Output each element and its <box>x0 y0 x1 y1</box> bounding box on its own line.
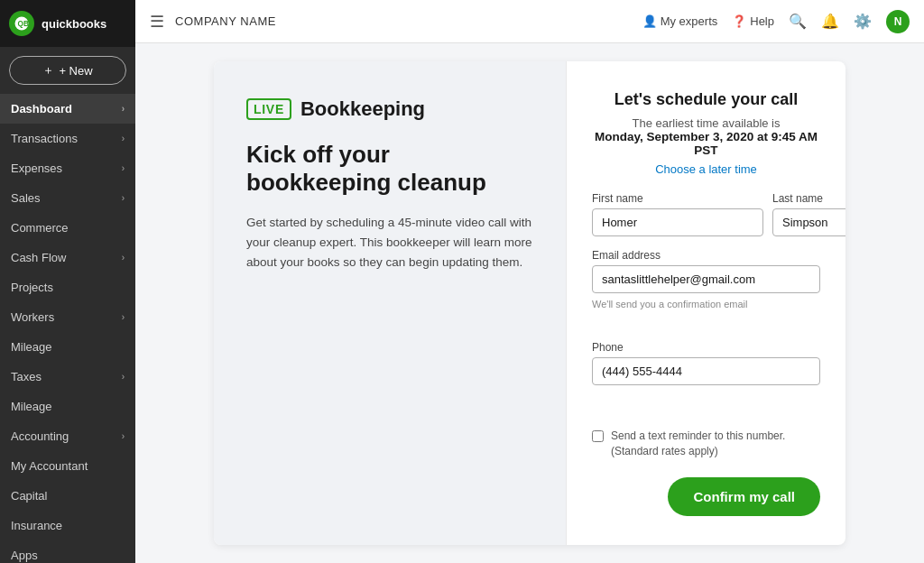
topbar-actions: 👤 My experts ❓ Help 🔍 🔔 ⚙️ N <box>642 10 910 33</box>
new-button-label: + New <box>59 64 92 78</box>
sidebar-item-insurance[interactable]: Insurance <box>0 511 135 540</box>
sidebar-item-projects[interactable]: Projects <box>0 272 135 302</box>
svg-text:QB: QB <box>18 20 29 28</box>
sidebar-item-label: Mileage <box>11 340 52 354</box>
sidebar-item-expenses[interactable]: Expenses› <box>0 153 135 183</box>
email-input[interactable] <box>592 265 820 293</box>
sidebar-item-taxes[interactable]: Taxes› <box>0 362 135 392</box>
live-box: LIVE <box>246 98 291 120</box>
sidebar-item-label: My Accountant <box>11 459 88 473</box>
right-panel: Let's schedule your call The earliest ti… <box>566 61 845 545</box>
sidebar-item-label: Insurance <box>11 519 62 532</box>
quickbooks-logo: QB <box>9 11 34 36</box>
avatar[interactable]: N <box>886 10 910 33</box>
sidebar-item-label: Workers <box>11 310 54 324</box>
schedule-title: Let's schedule your call <box>592 90 820 109</box>
sidebar-item-capital[interactable]: Capital <box>0 481 135 511</box>
sidebar-item-label: Expenses <box>11 162 62 175</box>
sidebar-item-label: Transactions <box>11 132 78 145</box>
sidebar-header: QB quickbooks <box>0 0 135 47</box>
earliest-date: Monday, September 3, 2020 at 9:45 AM PST <box>592 130 820 157</box>
sidebar-item-apps[interactable]: Apps <box>0 540 135 563</box>
phone-input[interactable] <box>592 357 820 385</box>
sidebar-item-label: Projects <box>11 281 53 294</box>
last-name-group: Last name <box>772 192 845 236</box>
gear-icon[interactable]: ⚙️ <box>854 13 872 31</box>
chevron-right-icon: › <box>122 134 125 143</box>
topbar: ☰ COMPANY NAME 👤 My experts ❓ Help 🔍 🔔 ⚙… <box>135 0 924 43</box>
chevron-right-icon: › <box>122 431 125 441</box>
my-experts-button[interactable]: 👤 My experts <box>642 14 718 28</box>
confirm-button[interactable]: Confirm my call <box>668 477 820 516</box>
sidebar-item-label: Sales <box>11 191 41 205</box>
sidebar-item-commerce[interactable]: Commerce <box>0 213 135 243</box>
first-name-input[interactable] <box>592 208 763 236</box>
sidebar-item-sales[interactable]: Sales› <box>0 183 135 213</box>
chevron-right-icon: › <box>122 253 125 263</box>
sidebar: QB quickbooks ＋ + New Dashboard›Transact… <box>0 0 135 563</box>
chevron-right-icon: › <box>122 163 125 173</box>
choose-later-link[interactable]: Choose a later time <box>592 162 820 176</box>
sidebar-item-label: Dashboard <box>11 102 72 115</box>
phone-label: Phone <box>592 341 820 354</box>
user-icon: 👤 <box>642 14 657 28</box>
sidebar-item-accounting[interactable]: Accounting› <box>0 421 135 451</box>
sms-checkbox-row: Send a text reminder to this number. (St… <box>592 429 820 459</box>
live-label: LIVE <box>254 102 284 116</box>
main-content: ☰ COMPANY NAME 👤 My experts ❓ Help 🔍 🔔 ⚙… <box>135 0 924 563</box>
live-badge: LIVE Bookkeeping <box>246 97 533 121</box>
help-button[interactable]: ❓ Help <box>732 14 774 28</box>
hero-title: Kick off your bookkeeping cleanup <box>246 141 533 197</box>
sidebar-item-my-accountant[interactable]: My Accountant <box>0 451 135 481</box>
sidebar-item-mileage[interactable]: Mileage <box>0 332 135 362</box>
name-row: First name Last name <box>592 192 820 236</box>
new-button[interactable]: ＋ + New <box>9 56 126 85</box>
sidebar-item-dashboard[interactable]: Dashboard› <box>0 94 135 124</box>
sidebar-item-label: Cash Flow <box>11 251 66 264</box>
first-name-label: First name <box>592 192 763 205</box>
chevron-right-icon: › <box>122 312 125 322</box>
sidebar-item-label: Mileage <box>11 400 52 413</box>
email-group: Email address We'll send you a confirmat… <box>592 249 820 328</box>
sidebar-item-mileage[interactable]: Mileage <box>0 392 135 421</box>
email-label: Email address <box>592 249 820 262</box>
sidebar-item-label: Apps <box>11 549 38 562</box>
main-card: LIVE Bookkeeping Kick off your bookkeepi… <box>214 61 845 545</box>
search-icon[interactable]: 🔍 <box>789 13 807 31</box>
sidebar-item-workers[interactable]: Workers› <box>0 302 135 332</box>
chevron-right-icon: › <box>122 104 125 114</box>
sms-checkbox[interactable] <box>592 430 604 442</box>
sidebar-navigation: Dashboard›Transactions›Expenses›Sales›Co… <box>0 94 135 563</box>
last-name-input[interactable] <box>772 208 845 236</box>
first-name-group: First name <box>592 192 763 236</box>
hero-description: Get started by scheduling a 45-minute vi… <box>246 213 533 272</box>
bell-icon[interactable]: 🔔 <box>821 13 839 31</box>
help-icon: ❓ <box>732 14 746 28</box>
sidebar-item-label: Capital <box>11 489 47 503</box>
chevron-right-icon: › <box>122 193 125 203</box>
sidebar-item-label: Accounting <box>11 429 69 443</box>
hamburger-icon[interactable]: ☰ <box>150 12 164 32</box>
left-panel: LIVE Bookkeeping Kick off your bookkeepi… <box>214 61 566 545</box>
bookkeeping-label: Bookkeeping <box>300 97 425 121</box>
last-name-label: Last name <box>772 192 845 205</box>
plus-icon: ＋ <box>42 62 54 78</box>
brand-name: quickbooks <box>42 17 106 31</box>
chevron-right-icon: › <box>122 372 125 382</box>
email-hint: We'll send you a confirmation email <box>592 299 820 309</box>
sidebar-item-transactions[interactable]: Transactions› <box>0 124 135 153</box>
company-name: COMPANY NAME <box>175 14 632 28</box>
earliest-text: The earliest time available is <box>592 116 820 130</box>
sidebar-item-label: Commerce <box>11 221 69 235</box>
sidebar-item-cash-flow[interactable]: Cash Flow› <box>0 243 135 272</box>
sms-label: Send a text reminder to this number. (St… <box>611 429 820 459</box>
content-area: LIVE Bookkeeping Kick off your bookkeepi… <box>135 43 924 563</box>
phone-group: Phone <box>592 341 820 420</box>
sidebar-item-label: Taxes <box>11 370 42 383</box>
